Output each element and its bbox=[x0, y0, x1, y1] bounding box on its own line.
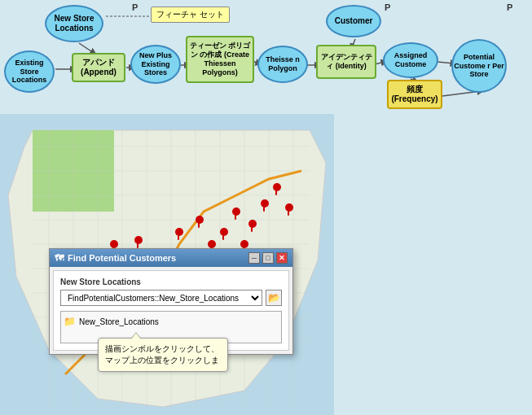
node-new-store[interactable]: New Store Locations bbox=[45, 5, 103, 42]
svg-rect-61 bbox=[198, 222, 200, 228]
browse-button[interactable]: 📂 bbox=[266, 290, 282, 306]
dialog-close-button[interactable]: ✕ bbox=[276, 252, 288, 264]
dialog-title-text: Find Potential Customers bbox=[68, 253, 176, 263]
layer-name: New_Store_Locations bbox=[79, 317, 159, 326]
node-identity[interactable]: アイデンティテ ィ (Identity) bbox=[316, 45, 376, 79]
layer-list-item[interactable]: 📁 New_Store_Locations bbox=[64, 314, 279, 329]
svg-point-49 bbox=[273, 183, 281, 191]
svg-point-46 bbox=[248, 220, 257, 228]
node-thiessen-polygon[interactable]: Theisse n Polygon bbox=[257, 46, 308, 83]
p-label-1: P bbox=[132, 2, 138, 12]
p-label-2: P bbox=[385, 2, 390, 12]
feature-set-label: フィーチャ セット bbox=[151, 7, 230, 23]
svg-rect-60 bbox=[178, 234, 179, 240]
svg-point-40 bbox=[175, 228, 183, 236]
layer-folder-icon: 📁 bbox=[64, 316, 76, 327]
svg-point-48 bbox=[261, 199, 269, 208]
dialog-section-label: New Store Locations bbox=[60, 277, 282, 286]
svg-point-45 bbox=[232, 208, 240, 216]
svg-line-0 bbox=[79, 43, 94, 53]
svg-rect-65 bbox=[235, 214, 236, 220]
dialog-maximize-button[interactable]: □ bbox=[262, 252, 274, 264]
svg-point-41 bbox=[196, 216, 204, 224]
tooltip-text: 描画シンボルをクリックして、 マップ上の位置をクリックしま bbox=[105, 344, 219, 365]
workflow-diagram: フィーチャ セット P P P New Store Locations Exis… bbox=[0, 0, 532, 114]
svg-point-50 bbox=[285, 203, 293, 212]
node-append[interactable]: アパンド (Append) bbox=[72, 53, 125, 82]
svg-rect-57 bbox=[137, 242, 138, 248]
svg-rect-68 bbox=[263, 206, 265, 212]
dialog-controls[interactable]: ─ □ ✕ bbox=[248, 252, 288, 264]
node-thiessen-create[interactable]: ティーゼン ポリゴン の作成 (Create Thiessen Polygons… bbox=[186, 36, 254, 83]
svg-point-55 bbox=[110, 240, 118, 248]
svg-point-47 bbox=[240, 240, 248, 248]
new-store-locations-dropdown[interactable]: FindPotentialCustomers::New_Store_Locati… bbox=[60, 290, 262, 306]
svg-rect-64 bbox=[222, 234, 224, 240]
svg-point-42 bbox=[208, 240, 216, 248]
node-existing-store[interactable]: Existing Store Locations bbox=[4, 50, 55, 93]
svg-rect-70 bbox=[288, 210, 289, 216]
svg-point-37 bbox=[134, 236, 143, 244]
dialog-titlebar: 🗺 Find Potential Customers ─ □ ✕ bbox=[50, 249, 292, 267]
dialog-minimize-button[interactable]: ─ bbox=[248, 252, 260, 264]
svg-rect-69 bbox=[275, 190, 277, 195]
svg-point-44 bbox=[220, 228, 228, 236]
node-new-plus-existing[interactable]: New Plus Existing Stores bbox=[130, 45, 181, 84]
tooltip-bubble: 描画シンボルをクリックして、 マップ上の位置をクリックしま bbox=[98, 338, 228, 372]
dialog-titlebar-left: 🗺 Find Potential Customers bbox=[55, 253, 176, 263]
node-customer[interactable]: Customer bbox=[326, 5, 381, 37]
node-assigned-customer[interactable]: Assigned Custome bbox=[383, 42, 438, 78]
svg-rect-66 bbox=[251, 226, 253, 232]
node-potential-customer[interactable]: Potential Custome r Per Store bbox=[451, 39, 507, 93]
dialog-dropdown-row: FindPotentialCustomers::New_Store_Locati… bbox=[60, 290, 282, 306]
node-frequency[interactable]: 頻度 (Frequency) bbox=[387, 80, 442, 109]
dialog-title-icon: 🗺 bbox=[55, 253, 64, 263]
p-label-3: P bbox=[507, 2, 512, 12]
